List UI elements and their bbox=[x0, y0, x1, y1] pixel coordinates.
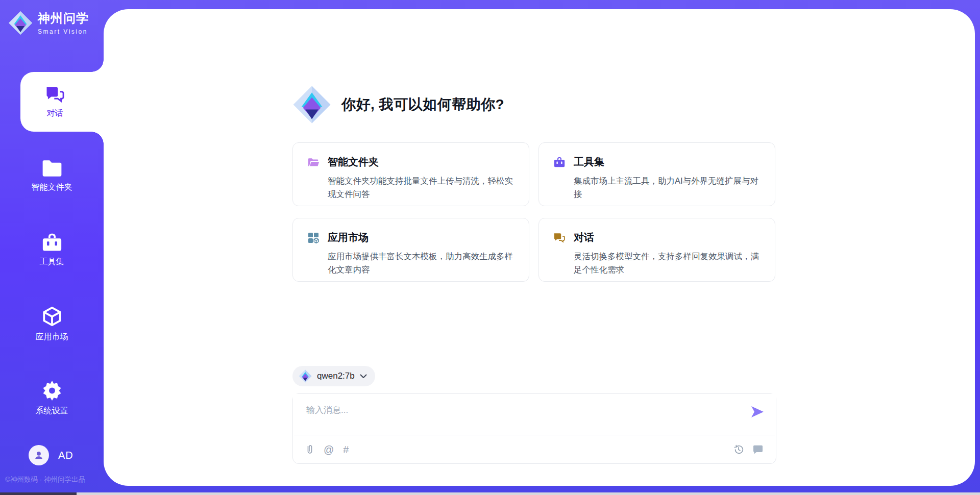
sidebar-item-settings[interactable]: 系统设置 bbox=[0, 368, 104, 428]
cube-icon bbox=[41, 306, 63, 327]
folder-open-icon bbox=[307, 157, 320, 168]
sidebar-item-market[interactable]: 应用市场 bbox=[0, 294, 104, 354]
horizontal-scrollbar[interactable] bbox=[0, 492, 980, 495]
model-selector[interactable]: qwen2:7b bbox=[292, 366, 375, 386]
chat-bubble-icon[interactable] bbox=[752, 444, 764, 455]
sidebar-item-chat[interactable]: 对话 bbox=[20, 72, 104, 132]
hash-icon[interactable]: # bbox=[343, 444, 349, 455]
chevron-down-icon bbox=[360, 374, 367, 379]
user-label: AD bbox=[58, 450, 74, 461]
card-description: 集成市场上主流工具，助力AI与外界无缝扩展与对接 bbox=[574, 174, 761, 201]
toolbox-icon bbox=[41, 233, 63, 252]
feature-cards: 智能文件夹 智能文件夹功能支持批量文件上传与清洗，轻松实现文件问答 工具集 bbox=[292, 142, 776, 282]
main-panel: 你好, 我可以如何帮助你? 智能文件夹 智能文件夹功能支持批量文件上传与清洗，轻… bbox=[104, 9, 975, 486]
message-input[interactable] bbox=[293, 394, 776, 435]
scrollbar-corner bbox=[0, 492, 77, 495]
card-description: 智能文件夹功能支持批量文件上传与清洗，轻松实现文件问答 bbox=[328, 174, 514, 201]
brand-subtitle: Smart Vision bbox=[38, 28, 89, 35]
card-chat[interactable]: 对话 灵活切换多模型文件，支持多样回复效果调试，满足个性化需求 bbox=[538, 218, 775, 282]
sidebar-item-label: 工具集 bbox=[40, 257, 64, 267]
person-icon bbox=[33, 450, 44, 461]
sidebar-item-label: 智能文件夹 bbox=[32, 182, 72, 193]
composer-toolbar: @ # bbox=[294, 435, 775, 463]
card-description: 灵活切换多模型文件，支持多样回复效果调试，满足个性化需求 bbox=[574, 250, 761, 276]
tab-curve-bottom bbox=[91, 132, 104, 144]
sidebar: 神州问学 Smart Vision 对话 智能文件夹 bbox=[0, 0, 104, 495]
card-app-market[interactable]: 应用市场 应用市场提供丰富长文本模板，助力高效生成多样化文章内容 bbox=[292, 218, 529, 282]
paperclip-icon[interactable] bbox=[305, 444, 314, 455]
card-title: 应用市场 bbox=[328, 231, 369, 244]
model-name: qwen2:7b bbox=[317, 371, 355, 381]
avatar bbox=[29, 445, 49, 465]
sidebar-item-tools[interactable]: 工具集 bbox=[0, 220, 104, 280]
greeting: 你好, 我可以如何帮助你? bbox=[292, 85, 776, 124]
tab-curve-top bbox=[91, 60, 104, 72]
sidebar-item-label: 系统设置 bbox=[36, 406, 68, 416]
sidebar-item-folders[interactable]: 智能文件夹 bbox=[0, 146, 104, 206]
sidebar-item-label: 应用市场 bbox=[36, 332, 68, 342]
sidebar-footer: ©神州数码 · 神州问学出品 bbox=[5, 475, 102, 484]
grid-cube-icon bbox=[307, 232, 320, 244]
card-smart-folder[interactable]: 智能文件夹 智能文件夹功能支持批量文件上传与清洗，轻松实现文件问答 bbox=[292, 142, 529, 206]
send-icon bbox=[750, 405, 765, 418]
message-composer: @ # bbox=[292, 393, 776, 464]
history-icon[interactable] bbox=[733, 444, 744, 455]
at-icon[interactable]: @ bbox=[324, 444, 334, 455]
card-title: 智能文件夹 bbox=[328, 155, 379, 169]
gear-icon bbox=[41, 380, 63, 401]
brand-logo: 神州问学 Smart Vision bbox=[8, 10, 89, 35]
greeting-gem-icon bbox=[292, 85, 331, 124]
card-description: 应用市场提供丰富长文本模板，助力高效生成多样化文章内容 bbox=[328, 250, 514, 276]
chat-icon bbox=[45, 85, 65, 104]
page-title: 你好, 我可以如何帮助你? bbox=[341, 95, 504, 114]
card-toolset[interactable]: 工具集 集成市场上主流工具，助力AI与外界无缝扩展与对接 bbox=[538, 142, 775, 206]
send-button[interactable] bbox=[750, 405, 765, 418]
gem-icon bbox=[8, 11, 33, 35]
user-chip[interactable]: AD bbox=[29, 445, 74, 465]
folder-icon bbox=[41, 159, 63, 178]
card-title: 对话 bbox=[574, 231, 594, 244]
chat-bubbles-icon bbox=[553, 232, 566, 243]
model-gem-icon bbox=[299, 369, 312, 383]
brand-name: 神州问学 bbox=[38, 10, 89, 27]
briefcase-icon bbox=[553, 157, 566, 168]
sidebar-item-label: 对话 bbox=[47, 108, 63, 119]
card-title: 工具集 bbox=[574, 155, 604, 169]
